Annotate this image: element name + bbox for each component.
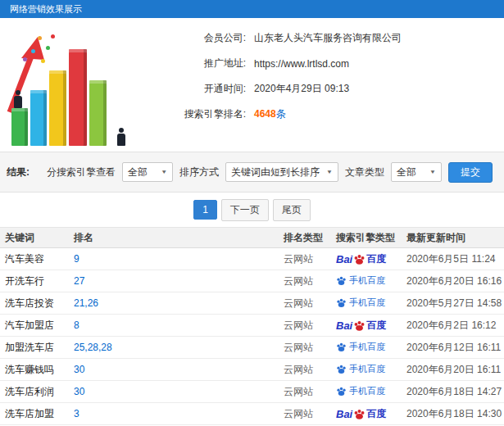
- rank-type-cell: 云网站: [284, 319, 336, 333]
- decor-dot: [38, 36, 42, 40]
- rank-link[interactable]: 27: [74, 275, 84, 287]
- chart-bar: [89, 80, 107, 146]
- titlebar: 网络营销效果展示: [0, 0, 504, 18]
- info-panel: 会员公司: 山东老人头汽车服务咨询有限公司 推广地址: https://www.…: [152, 25, 504, 152]
- rank-cell: 30: [74, 364, 284, 375]
- decor-dot: [31, 49, 35, 53]
- mobile-baidu-paw-icon: [336, 297, 347, 308]
- filter-controls: 分搜索引擎查看 全部 ▼ 排序方式 关键词由短到长排序 ▼ 文章类型 全部 ▼ …: [47, 162, 493, 183]
- rank-type-cell: 云网站: [284, 407, 336, 421]
- baidu-logo-cn: 百度: [366, 252, 386, 266]
- baidu-paw-icon: [353, 320, 366, 332]
- page-last-button[interactable]: 尾页: [273, 199, 311, 221]
- result-label: 结果:: [7, 165, 30, 179]
- keyword-cell: 洗车店投资: [5, 297, 74, 310]
- page: 网络营销效果展示: [0, 0, 504, 426]
- table-row: 汽车加盟店 8 云网站 Bai百度 2020年6月2日 16:12: [0, 315, 504, 337]
- promo-url-label: 推广地址:: [152, 57, 246, 70]
- page-current[interactable]: 1: [193, 200, 217, 220]
- col-engine-type: 搜索引擎类型: [336, 231, 406, 245]
- table-body: 汽车美容 9 云网站 Bai百度 2020年6月5日 11:24 开洗车行 27…: [0, 248, 504, 425]
- engine-cell: 手机百度: [336, 385, 406, 399]
- baidu-logo-bai: Bai: [336, 253, 352, 265]
- rank-type-cell: 云网站: [284, 385, 336, 399]
- engine-filter-value: 全部: [128, 165, 148, 179]
- rank-type-cell: 云网站: [284, 341, 336, 355]
- rank-type-cell: 云网站: [284, 363, 336, 377]
- type-filter-select[interactable]: 全部 ▼: [391, 162, 442, 182]
- baidu-logo-bai: Bai: [336, 408, 352, 420]
- keyword-cell: 洗车店加盟: [5, 407, 74, 421]
- table-row: 洗车店利润 30 云网站 手机百度 2020年6月18日 14:27: [0, 381, 504, 403]
- rank-link[interactable]: 30: [74, 386, 84, 397]
- promo-url-link[interactable]: https://www.lrtlsd.com: [254, 58, 349, 70]
- rank-link[interactable]: 25,28,28: [74, 342, 112, 353]
- info-row-engine-rank: 搜索引擎排名: 4648条: [152, 107, 504, 121]
- results-table: 关键词 排名 排名类型 搜索引擎类型 最新更新时间 汽车美容 9 云网站 Bai…: [0, 227, 504, 425]
- type-filter-label: 文章类型: [345, 165, 384, 179]
- engine-cell: 手机百度: [336, 297, 406, 310]
- mobile-baidu-logo: 手机百度: [336, 297, 385, 309]
- col-keyword: 关键词: [5, 231, 74, 245]
- rank-link[interactable]: 8: [74, 320, 79, 331]
- update-time-cell: 2020年6月20日 16:16: [406, 274, 504, 288]
- keyword-cell: 洗车赚钱吗: [5, 363, 74, 377]
- mobile-baidu-label: 手机百度: [349, 363, 385, 375]
- chevron-down-icon: ▼: [326, 169, 333, 174]
- engine-cell: Bai百度: [336, 252, 406, 266]
- chevron-down-icon: ▼: [429, 169, 436, 174]
- open-time-label: 开通时间:: [152, 82, 246, 96]
- info-row-url: 推广地址: https://www.lrtlsd.com: [152, 57, 504, 70]
- engine-rank-label: 搜索引擎排名:: [152, 107, 246, 121]
- sort-filter-select[interactable]: 关键词由短到长排序 ▼: [225, 162, 338, 182]
- rank-cell: 21,26: [74, 297, 284, 309]
- info-row-company: 会员公司: 山东老人头汽车服务咨询有限公司: [152, 31, 504, 45]
- rank-type-cell: 云网站: [284, 297, 336, 310]
- engine-cell: 手机百度: [336, 341, 406, 355]
- update-time-cell: 2020年6月18日 14:27: [406, 385, 504, 399]
- page-next-button[interactable]: 下一页: [221, 199, 269, 221]
- sort-filter-label: 排序方式: [179, 165, 219, 179]
- mobile-baidu-logo: 手机百度: [336, 363, 385, 375]
- chart-bar: [69, 49, 87, 146]
- person-figure: [116, 128, 126, 146]
- engine-rank-value: 4648条: [254, 107, 286, 121]
- rank-cell: 27: [74, 275, 284, 287]
- rank-link[interactable]: 30: [74, 364, 84, 375]
- submit-button[interactable]: 提交: [448, 162, 493, 183]
- mobile-baidu-label: 手机百度: [349, 385, 385, 397]
- keyword-cell: 开洗车行: [5, 274, 74, 288]
- baidu-logo-cn: 百度: [366, 407, 386, 421]
- mobile-baidu-paw-icon: [336, 342, 347, 352]
- rank-cell: 9: [74, 253, 284, 265]
- update-time-cell: 2020年6月12日 16:11: [406, 341, 504, 355]
- table-header-row: 关键词 排名 排名类型 搜索引擎类型 最新更新时间: [0, 227, 504, 248]
- update-time-cell: 2020年6月2日 16:12: [406, 319, 504, 333]
- rank-link[interactable]: 21,26: [74, 297, 98, 309]
- decor-dot: [51, 34, 55, 39]
- chart-illustration: [0, 25, 152, 149]
- table-row: 开洗车行 27 云网站 手机百度 2020年6月20日 16:16: [0, 270, 504, 292]
- mobile-baidu-paw-icon: [336, 364, 347, 374]
- keyword-cell: 洗车店利润: [5, 385, 74, 399]
- update-time-cell: 2020年6月5日 11:24: [406, 252, 504, 266]
- baidu-logo: Bai百度: [336, 252, 386, 266]
- company-label: 会员公司:: [152, 31, 246, 45]
- chart-bar: [30, 90, 47, 146]
- col-rank: 排名: [74, 231, 284, 245]
- mobile-baidu-logo: 手机百度: [336, 274, 385, 287]
- engine-rank-count: 4648: [254, 108, 276, 120]
- mobile-baidu-logo: 手机百度: [336, 341, 385, 353]
- update-time-cell: 2020年5月27日 14:58: [406, 297, 504, 310]
- rank-link[interactable]: 9: [74, 253, 79, 265]
- mobile-baidu-logo: 手机百度: [336, 385, 385, 397]
- person-figure: [13, 90, 23, 108]
- col-update-time: 最新更新时间: [406, 231, 504, 245]
- engine-cell: Bai百度: [336, 319, 406, 333]
- company-link[interactable]: 山东老人头汽车服务咨询有限公司: [254, 31, 402, 45]
- rank-link[interactable]: 3: [74, 408, 79, 419]
- engine-cell: 手机百度: [336, 363, 406, 377]
- rank-cell: 8: [74, 320, 284, 331]
- table-row: 洗车店投资 21,26 云网站 手机百度 2020年5月27日 14:58: [0, 292, 504, 315]
- engine-filter-select[interactable]: 全部 ▼: [122, 162, 173, 182]
